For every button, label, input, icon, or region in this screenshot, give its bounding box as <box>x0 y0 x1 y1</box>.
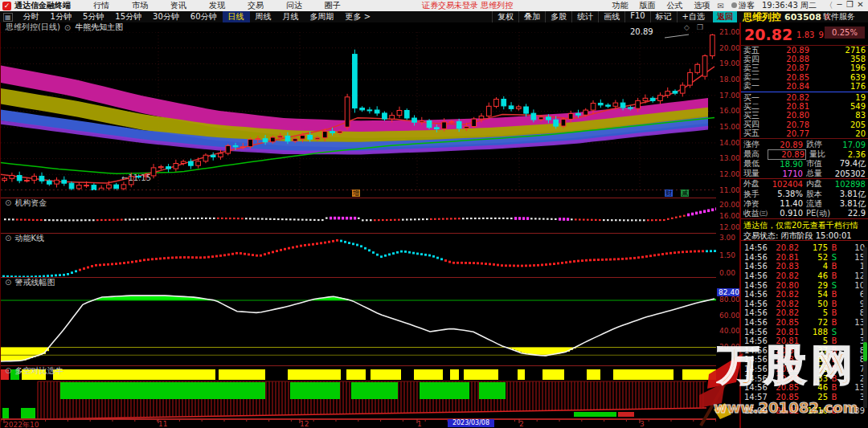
trade-direction: S <box>828 253 841 262</box>
tool-button[interactable]: 叠加 <box>518 11 545 22</box>
bid-volume: 205 <box>809 120 866 129</box>
trade-direction: B <box>828 336 841 345</box>
trade-count: 10 <box>841 243 865 252</box>
trade-count: 8 <box>841 346 865 355</box>
trade-volume: 175 <box>799 243 828 252</box>
ask-volume: 639 <box>809 73 866 82</box>
window-control-button[interactable]: ✕ <box>855 0 866 11</box>
event-marker-badge[interactable]: 减 <box>681 190 689 197</box>
panel-toggle-icon[interactable]: ⊙ <box>5 278 11 287</box>
chart-corner-icon[interactable]: ◇ <box>684 23 690 31</box>
trade-price: 20.82 <box>768 365 799 373</box>
axis-tick-label: 14.00 <box>719 139 740 147</box>
back-button[interactable]: 返回 <box>713 11 737 22</box>
tool-button[interactable]: +自选 <box>677 11 710 22</box>
trade-count: 1 <box>841 262 865 271</box>
menu-item[interactable]: 功能 <box>612 0 628 11</box>
menu-item[interactable]: 行情 <box>82 0 121 11</box>
period-tab[interactable]: 月线 <box>277 11 305 22</box>
trade-price: 20.82 <box>768 308 799 317</box>
order-book: 卖五 20.89 2716 卖四 20.88 358 卖三 20.87 196 <box>741 45 868 139</box>
chart-corner-icon[interactable]: ❐ <box>697 23 703 31</box>
period-tab[interactable]: 1分钟 <box>45 11 77 22</box>
event-marker-badge[interactable]: 增 <box>352 190 360 197</box>
trade-row: 14:56 20.83 33 B 2 <box>741 373 868 383</box>
menu-item[interactable]: 交易 <box>236 0 275 11</box>
ask-row[interactable]: 卖一 20.84 176 <box>741 82 868 91</box>
trade-volume: 52 <box>799 253 828 262</box>
menu-item[interactable]: 公式 <box>667 0 683 11</box>
axis-tick-label: 80.00 <box>719 296 740 304</box>
period-tab[interactable]: 60分钟 <box>185 11 223 22</box>
window-control-button[interactable]: ❒ <box>845 0 855 11</box>
period-tab[interactable]: 5分钟 <box>77 11 109 22</box>
menu-item[interactable]: 资讯 <box>159 0 198 11</box>
period-tab[interactable]: 30分钟 <box>147 11 185 22</box>
stat-value: 2.36 <box>838 150 866 159</box>
period-tab[interactable]: 日线 <box>223 11 250 22</box>
panel-label-institution-funds[interactable]: ⊙机构资金 <box>5 198 47 207</box>
tool-button[interactable]: 统计 <box>571 11 598 22</box>
trade-count: 7 <box>841 365 865 373</box>
indicator-toggle-icon[interactable]: ⊙ <box>64 23 71 32</box>
menu-item[interactable]: 发现 <box>198 0 236 11</box>
axis-tick-label: 20.00 <box>719 44 740 52</box>
speed-badge[interactable]: 0.25% <box>825 26 865 39</box>
bid-volume: 549 <box>809 102 866 111</box>
trade-count: 8 <box>841 308 865 317</box>
window-control-button[interactable]: ─ <box>834 0 845 11</box>
ask-price: 20.84 <box>766 82 809 91</box>
menu-item[interactable]: 市场 <box>121 0 159 11</box>
panel-toggle-icon[interactable]: ⊙ <box>5 366 11 375</box>
trade-row: 14:56 20.81 83 B 8 <box>741 355 868 365</box>
tool-button[interactable]: 复权 <box>492 11 518 22</box>
panel-label-warning-line[interactable]: ⊙警戒线幅图 <box>5 278 55 287</box>
main-candlestick-chart[interactable] <box>1 32 716 190</box>
stat-label: PE(动) <box>803 208 835 219</box>
period-tab[interactable]: 分时 <box>18 11 45 22</box>
message-icon[interactable]: ✉ <box>718 2 724 10</box>
software-service-link[interactable]: 软件服务 <box>823 11 855 22</box>
bid-row[interactable]: 买五 20.77 20 <box>741 129 868 138</box>
panel-label-momentum-kline[interactable]: ⊙动能K线 <box>5 234 44 243</box>
tool-button[interactable]: F10 <box>624 11 649 22</box>
panel-long-short-chart[interactable] <box>1 365 716 419</box>
bid-volume: 20 <box>809 129 866 138</box>
trade-volume: 75 <box>799 365 828 373</box>
period-tab[interactable]: 更多 > <box>340 11 377 22</box>
trade-count: 1 <box>841 328 865 336</box>
menu-item[interactable]: 选项 <box>694 0 710 11</box>
trade-direction: B <box>828 374 841 383</box>
trade-price: 20.82 <box>768 271 799 280</box>
tool-button[interactable]: 画线 <box>598 11 624 22</box>
trade-list-scrollbar[interactable] <box>863 247 867 408</box>
trade-count: 2 <box>841 374 865 383</box>
period-tab[interactable]: 多周期 <box>305 11 340 22</box>
trade-row: 14:56 20.82 54 B 6 <box>741 290 868 300</box>
tool-button[interactable]: 标记 <box>650 11 677 22</box>
main-indicator-name[interactable]: 牛熊先知主图 <box>75 22 123 33</box>
period-tab[interactable]: 15分钟 <box>109 11 147 22</box>
layout-grid-icon[interactable]: ▦ <box>3 13 13 22</box>
menu-item[interactable]: 问达 <box>275 0 313 11</box>
event-marker-badge[interactable]: 财 <box>665 190 673 197</box>
trade-price: 20.82 <box>768 406 799 415</box>
login-alert-text: 证券交易未登录 思维列控 <box>422 0 513 11</box>
scrollbar-thumb[interactable] <box>863 342 867 361</box>
stat-value: 20.89 <box>768 149 806 160</box>
panel-toggle-icon[interactable]: ⊙ <box>5 198 11 207</box>
panel-momentum-kline-chart[interactable] <box>1 233 716 278</box>
stat-row: 收益㈢ 0.910 PE(动) 22.9 <box>741 209 868 218</box>
panel-warning-line-chart[interactable] <box>1 277 716 366</box>
bid-rows: 买一 20.82 19 买二 20.81 549 买三 20.80 83 <box>741 93 868 138</box>
menu-item[interactable]: 圈子 <box>313 0 352 11</box>
panel-toggle-icon[interactable]: ⊙ <box>5 234 11 243</box>
panel-label-long-short[interactable]: ⊙多空对比选牛 <box>5 366 63 375</box>
tool-button[interactable]: 多股 <box>545 11 571 22</box>
ask-price: 20.88 <box>766 55 809 63</box>
menu-item[interactable]: 版面 <box>640 0 656 11</box>
promo-banner[interactable]: 通达信，仅需20元查看千档行情 <box>741 220 868 230</box>
tick-trade-list[interactable]: 14:56 20.82 175 B 10 14:56 20.81 52 S 15… <box>741 243 868 402</box>
panel-institution-funds-chart[interactable] <box>1 198 716 234</box>
period-tab[interactable]: 周线 <box>250 11 277 22</box>
